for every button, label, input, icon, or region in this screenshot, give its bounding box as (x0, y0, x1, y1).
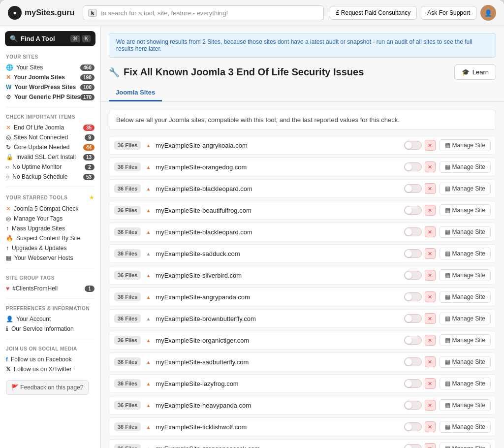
remove-button[interactable]: ✕ (425, 443, 436, 448)
remove-button[interactable]: ✕ (425, 400, 436, 411)
remove-button[interactable]: ✕ (425, 421, 436, 432)
manage-site-button[interactable]: ▦ Manage Site (440, 291, 491, 303)
toggle-area: ✕ (404, 335, 436, 346)
table-row: 36 Files ▲ myExampleSite-silverbird.com … (109, 266, 496, 285)
site-group-section: SITE GROUP TAGS ♥#ClientsFromHell 1 (0, 271, 100, 295)
sidebar-item-mass-upgrade[interactable]: ↑Mass Upgrade Sites (6, 224, 94, 233)
manage-site-button[interactable]: ▦ Manage Site (440, 204, 491, 216)
sidebar-item-facebook[interactable]: fFollow us on Facebook (6, 354, 94, 364)
sidebar-item-backup[interactable]: ○No Backup Schedule 53 (6, 172, 94, 182)
wordpress-icon: W (6, 84, 11, 91)
prefs-title: PREFERENCES & INFORMATION (6, 306, 94, 311)
tab-joomla-sites[interactable]: Joomla Sites (109, 85, 162, 101)
sidebar-item-clients-from-hell[interactable]: ♥#ClientsFromHell 1 (6, 284, 94, 293)
site-name: myExampleSite-lazyfrog.com (156, 380, 400, 387)
site-status-icon: ▲ (145, 423, 152, 430)
manage-site-button[interactable]: ▦ Manage Site (440, 139, 491, 151)
suspect-icon: 🔥 (6, 235, 13, 242)
site-name: myExampleSite-blackleopard.com (156, 228, 400, 236)
remove-button[interactable]: ✕ (425, 248, 436, 259)
site-toggle[interactable] (404, 444, 422, 448)
table-row: 36 Files ▲ myExampleSite-sadduck.com ✕ ▦… (109, 244, 496, 263)
content-area: We are not showing results from 2 Sites,… (101, 26, 504, 448)
table-row: 36 Files ▲ myExampleSite-heavypanda.com … (109, 396, 496, 415)
sidebar-item-service-info[interactable]: ℹOur Service Information (6, 324, 94, 334)
toggle-knob (405, 207, 412, 214)
sidebar-item-ssl[interactable]: 🔒Invalid SSL Cert Install 13 (6, 152, 94, 162)
find-tool-button[interactable]: 🔍 Find A Tool ⌘ K (5, 31, 95, 46)
site-toggle[interactable] (404, 184, 422, 193)
remove-button[interactable]: ✕ (425, 270, 436, 281)
search-bar[interactable]: k to search for a tool, site, feature - … (83, 5, 324, 20)
tabs-row: Joomla Sites (101, 80, 504, 102)
remove-button[interactable]: ✕ (425, 140, 436, 151)
sidebar-item-manage-tags[interactable]: ◎Manage Your Tags (6, 214, 94, 224)
site-toggle[interactable] (404, 379, 422, 388)
manage-site-button[interactable]: ▦ Manage Site (440, 313, 491, 324)
sidebar-item-php-sites[interactable]: ⚙Your Generic PHP Sites 170 (6, 92, 94, 102)
remove-button[interactable]: ✕ (425, 291, 436, 302)
manage-site-button[interactable]: ▦ Manage Site (440, 183, 491, 194)
manage-site-button[interactable]: ▦ Manage Site (440, 248, 491, 259)
server-icon: ▦ (6, 255, 11, 261)
site-toggle[interactable] (404, 227, 422, 236)
badge-joomla-sites: 190 (80, 74, 94, 81)
remove-button[interactable]: ✕ (425, 335, 436, 346)
badge-not-connected: 9 (85, 134, 94, 141)
manage-site-button[interactable]: ▦ Manage Site (440, 378, 491, 389)
remove-button[interactable]: ✕ (425, 226, 436, 237)
site-toggle[interactable] (404, 422, 422, 431)
sidebar-item-core-update[interactable]: ↻Core Update Needed 44 (6, 142, 94, 152)
site-toggle[interactable] (404, 206, 422, 215)
site-toggle[interactable] (404, 249, 422, 258)
manage-site-button[interactable]: ▦ Manage Site (440, 226, 491, 238)
site-toggle[interactable] (404, 357, 422, 366)
site-toggle[interactable] (404, 271, 422, 280)
manage-site-button[interactable]: ▦ Manage Site (440, 399, 491, 411)
files-badge: 36 Files (114, 314, 141, 323)
search-placeholder: to search for a tool, site, feature - ev… (101, 9, 228, 17)
avatar[interactable]: 👤 (480, 5, 496, 21)
remove-button[interactable]: ✕ (425, 183, 436, 194)
manage-site-button[interactable]: ▦ Manage Site (440, 269, 491, 281)
site-toggle[interactable] (404, 162, 422, 171)
sidebar-item-upgrades-updates[interactable]: ↑Upgrades & Updates (6, 243, 94, 253)
site-toggle[interactable] (404, 141, 422, 150)
sidebar-item-joomla-sites[interactable]: ✕Your Joomla Sites 190 (6, 72, 94, 82)
learn-button[interactable]: 🎓 Learn (454, 64, 496, 80)
sidebar-item-twitter[interactable]: 𝕏Follow us on X/Twitter (6, 364, 94, 374)
manage-site-button[interactable]: ▦ Manage Site (440, 356, 491, 368)
consultancy-button[interactable]: £ Request Paid Consultancy (330, 6, 417, 20)
x-twitter-icon: 𝕏 (6, 366, 11, 373)
site-toggle[interactable] (404, 314, 422, 323)
manage-site-button[interactable]: ▦ Manage Site (440, 334, 491, 346)
sidebar-item-eol-joomla[interactable]: ✕End Of Life Joomla 35 (6, 123, 94, 132)
support-button[interactable]: Ask For Support (421, 6, 476, 20)
site-name: myExampleSite-angrykoala.com (156, 142, 400, 149)
manage-site-button[interactable]: ▦ Manage Site (440, 161, 491, 173)
sidebar-item-account[interactable]: 👤Your Account (6, 314, 94, 324)
manage-site-button[interactable]: ▦ Manage Site (440, 421, 491, 433)
sidebar-item-wordpress-sites[interactable]: WYour WordPress Sites 100 (6, 82, 94, 92)
sidebar-item-not-connected[interactable]: ◎Sites Not Connected 9 (6, 132, 94, 142)
site-toggle[interactable] (404, 292, 422, 301)
sidebar-item-suspect-content[interactable]: 🔥Suspect Content By Site (6, 233, 94, 243)
remove-button[interactable]: ✕ (425, 313, 436, 324)
sidebar-item-all-sites[interactable]: 🌐Your Sites 460 (6, 63, 94, 72)
manage-site-button[interactable]: ▦ Manage Site (440, 443, 491, 448)
heart-icon: ♥ (6, 285, 9, 292)
sidebar-item-uptime[interactable]: ○No Uptime Monitor 2 (6, 162, 94, 172)
sidebar-item-webserver-hosts[interactable]: ▦Your Webserver Hosts (6, 253, 94, 263)
site-status-icon: ▲ (145, 163, 152, 170)
remove-button[interactable]: ✕ (425, 161, 436, 172)
site-toggle[interactable] (404, 336, 422, 345)
badge-eol: 35 (83, 125, 94, 131)
remove-button[interactable]: ✕ (425, 205, 436, 216)
files-badge: 36 Files (114, 249, 141, 258)
sidebar-item-joomla-compat[interactable]: ✕Joomla 5 Compat Check (6, 204, 94, 214)
remove-button[interactable]: ✕ (425, 356, 436, 367)
site-toggle[interactable] (404, 401, 422, 410)
remove-button[interactable]: ✕ (425, 378, 436, 389)
site-name: myExampleSite-heavypanda.com (156, 402, 400, 409)
feedback-button[interactable]: 🚩 Feedback on this page? (6, 380, 89, 395)
